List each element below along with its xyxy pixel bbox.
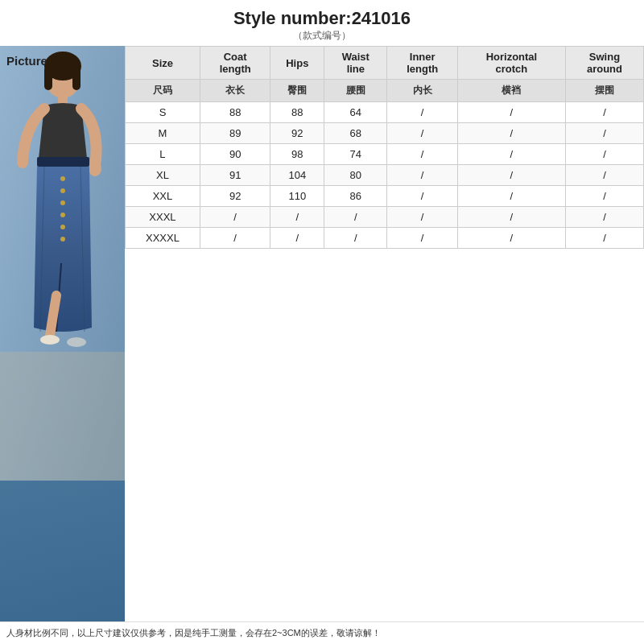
sub-size: 尺码 (126, 80, 200, 102)
col-swing: Swingaround (565, 47, 643, 80)
table-cell: XXXXL (126, 228, 200, 249)
svg-point-19 (67, 337, 86, 347)
table-cell: / (457, 102, 565, 123)
table-row: XXL9211086/// (126, 186, 644, 207)
table-cell: / (324, 207, 387, 228)
table-cell: 89 (200, 123, 270, 144)
table-cell: L (126, 144, 200, 165)
sub-swing: 摆围 (565, 80, 643, 102)
table-cell: / (457, 123, 565, 144)
footer-note: 人身材比例不同，以上尺寸建议仅供参考，因是纯手工测量，会存在2~3CM的误差，敬… (0, 621, 644, 644)
col-coat: Coatlength (200, 47, 270, 80)
picture-label: Picture (6, 54, 47, 68)
table-cell: / (387, 165, 457, 186)
table-cell: / (457, 186, 565, 207)
table-cell: 74 (324, 144, 387, 165)
table-row: XL9110480/// (126, 165, 644, 186)
table-cell: 68 (324, 123, 387, 144)
main-title: Style number:241016 (0, 8, 644, 29)
table-cell: / (387, 102, 457, 123)
table-cell: / (565, 228, 643, 249)
svg-point-18 (40, 335, 60, 345)
table-cell: 98 (270, 144, 324, 165)
col-hips: Hips (270, 47, 324, 80)
title-section: Style number:241016 （款式编号） (0, 0, 644, 46)
table-cell: / (457, 165, 565, 186)
table-cell: / (565, 102, 643, 123)
table-cell: / (387, 207, 457, 228)
table-cell: 110 (270, 186, 324, 207)
table-cell: 86 (324, 186, 387, 207)
col-hcrotch: Horizontalcrotch (457, 47, 565, 80)
table-cell: / (387, 123, 457, 144)
header-row: Size Coatlength Hips Waistline Innerleng… (126, 47, 644, 80)
table-cell: / (270, 228, 324, 249)
table-cell: XXXL (126, 207, 200, 228)
table-row: XXXL////// (126, 207, 644, 228)
table-cell: / (565, 186, 643, 207)
svg-point-12 (60, 200, 65, 205)
table-cell: / (457, 144, 565, 165)
table-cell: 90 (200, 144, 270, 165)
col-inner: Innerlength (387, 47, 457, 80)
table-cell: 91 (200, 165, 270, 186)
sub-hips: 臀围 (270, 80, 324, 102)
table-cell: / (200, 228, 270, 249)
svg-point-10 (60, 176, 65, 181)
col-size: Size (126, 47, 200, 80)
svg-point-14 (60, 225, 65, 229)
sub-waist: 腰围 (324, 80, 387, 102)
table-cell: M (126, 123, 200, 144)
table-cell: / (457, 228, 565, 249)
size-table: Size Coatlength Hips Waistline Innerleng… (125, 46, 644, 249)
svg-point-11 (60, 188, 65, 193)
image-section: Picture (0, 46, 125, 621)
table-cell: 92 (200, 186, 270, 207)
content-area: Picture (0, 46, 644, 621)
sub-title: （款式编号） (0, 29, 644, 43)
table-cell: / (200, 207, 270, 228)
table-cell: 80 (324, 165, 387, 186)
table-cell: XXL (126, 186, 200, 207)
person-svg (0, 46, 125, 481)
table-cell: 64 (324, 102, 387, 123)
svg-point-8 (89, 162, 101, 176)
table-body: S888864///M899268///L909874///XL9110480/… (126, 102, 644, 249)
table-cell: 88 (200, 102, 270, 123)
denim-figure (0, 46, 125, 621)
svg-rect-6 (72, 66, 80, 90)
table-cell: / (565, 123, 643, 144)
table-cell: / (387, 144, 457, 165)
table-cell: 88 (270, 102, 324, 123)
table-cell: S (126, 102, 200, 123)
table-cell: XL (126, 165, 200, 186)
svg-rect-9 (37, 157, 89, 167)
table-cell: / (270, 207, 324, 228)
table-cell: 92 (270, 123, 324, 144)
table-cell: / (565, 144, 643, 165)
table-row: M899268/// (126, 123, 644, 144)
table-row: XXXXL////// (126, 228, 644, 249)
sub-inner: 内长 (387, 80, 457, 102)
table-cell: / (565, 207, 643, 228)
sub-hcrotch: 横裆 (457, 80, 565, 102)
table-cell: 104 (270, 165, 324, 186)
page-wrapper: Style number:241016 （款式编号） Picture (0, 0, 644, 644)
table-row: L909874/// (126, 144, 644, 165)
svg-point-15 (60, 237, 65, 242)
table-cell: / (387, 186, 457, 207)
table-cell: / (387, 228, 457, 249)
table-cell: / (324, 228, 387, 249)
svg-rect-5 (44, 66, 52, 90)
table-row: S888864/// (126, 102, 644, 123)
svg-point-13 (60, 213, 65, 217)
col-waist: Waistline (324, 47, 387, 80)
table-cell: / (457, 207, 565, 228)
table-cell: / (565, 165, 643, 186)
svg-rect-2 (0, 352, 125, 481)
sub-coat: 衣长 (200, 80, 270, 102)
table-section: Size Coatlength Hips Waistline Innerleng… (125, 46, 644, 621)
sub-header-row: 尺码 衣长 臀围 腰围 内长 横裆 摆围 (126, 80, 644, 102)
